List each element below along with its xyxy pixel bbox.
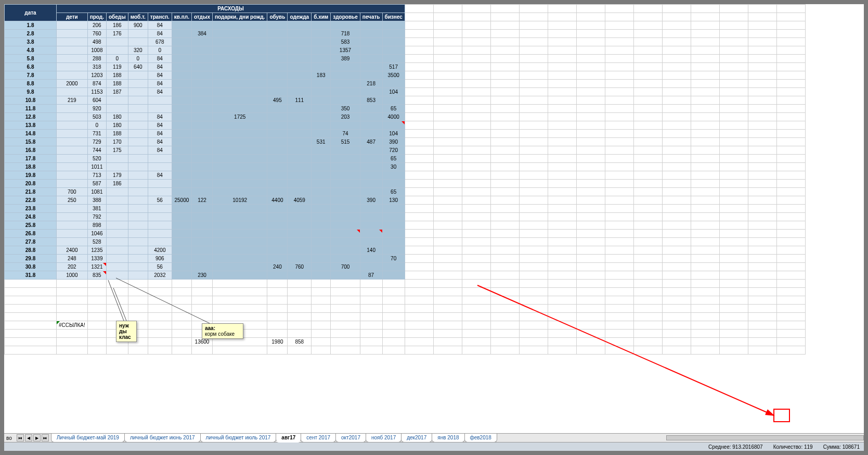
blank-cell[interactable] [462,280,490,288]
blank-cell[interactable] [633,21,662,30]
blank-cell[interactable] [405,188,433,196]
blank-cell[interactable] [748,213,776,221]
data-cell[interactable]: 111 [288,96,312,105]
data-cell[interactable]: 84 [148,171,172,180]
data-cell[interactable]: 1235 [87,246,106,255]
blank-cell[interactable] [776,146,805,155]
blank-cell[interactable] [748,105,776,113]
blank-header[interactable] [605,13,633,21]
data-cell[interactable]: 487 [360,138,382,146]
blank-cell[interactable] [691,230,719,238]
blank-cell[interactable] [776,196,805,205]
blank-cell[interactable] [548,30,576,38]
blank-cell[interactable] [213,296,267,305]
blank-cell[interactable] [662,46,691,55]
blank-cell[interactable] [519,246,548,255]
date-cell[interactable]: 25.8 [5,221,57,230]
data-cell[interactable] [331,121,360,130]
blank-cell[interactable] [405,196,433,205]
blank-cell[interactable] [267,321,288,330]
blank-cell[interactable] [548,305,576,313]
date-cell[interactable]: 13.8 [5,121,57,130]
blank-cell[interactable] [719,280,748,288]
data-cell[interactable] [191,138,212,146]
sheet-tab-5[interactable]: окт2017 [335,434,366,443]
blank-cell[interactable] [719,263,748,271]
blank-cell[interactable] [548,38,576,46]
data-cell[interactable] [213,21,267,30]
blank-cell[interactable] [662,338,691,346]
blank-cell[interactable] [5,321,57,330]
data-cell[interactable]: 498 [87,38,106,46]
blank-cell[interactable] [605,105,633,113]
data-cell[interactable] [312,171,331,180]
data-cell[interactable]: 175 [106,146,128,155]
data-cell[interactable] [331,171,360,180]
blank-header[interactable] [633,5,662,13]
blank-cell[interactable] [288,321,312,330]
blank-cell[interactable] [519,155,548,163]
data-cell[interactable] [148,163,172,171]
blank-cell[interactable] [633,30,662,38]
blank-cell[interactable] [405,180,433,188]
data-cell[interactable]: 187 [106,88,128,96]
blank-cell[interactable] [748,21,776,30]
blank-cell[interactable] [548,255,576,263]
blank-cell[interactable] [462,63,490,71]
date-cell[interactable]: 14.8 [5,130,57,138]
blank-cell[interactable] [719,55,748,63]
data-cell[interactable] [57,213,88,221]
col-header-8[interactable]: обувь [267,13,288,21]
blank-cell[interactable] [633,280,662,288]
data-cell[interactable] [148,238,172,246]
blank-header[interactable] [519,13,548,21]
blank-cell[interactable] [312,346,331,355]
blank-cell[interactable] [662,330,691,338]
data-cell[interactable] [312,80,331,88]
blank-cell[interactable] [405,96,433,105]
blank-cell[interactable] [605,146,633,155]
blank-cell[interactable] [148,305,172,313]
blank-cell[interactable] [662,30,691,38]
blank-cell[interactable] [405,321,433,330]
blank-cell[interactable] [433,271,462,280]
blank-cell[interactable] [691,63,719,71]
data-cell[interactable] [191,121,212,130]
blank-cell[interactable] [691,246,719,255]
col-header-11[interactable]: здоровье [331,13,360,21]
blank-header[interactable] [405,13,433,21]
data-cell[interactable]: 3500 [382,71,405,80]
blank-cell[interactable] [433,88,462,96]
blank-cell[interactable] [548,63,576,71]
data-cell[interactable] [360,263,382,271]
data-cell[interactable] [382,205,405,213]
blank-cell[interactable] [462,146,490,155]
date-cell[interactable]: 3.8 [5,38,57,46]
blank-cell[interactable] [148,288,172,296]
blank-cell[interactable] [106,288,128,296]
blank-cell[interactable] [5,296,57,305]
blank-cell[interactable] [662,263,691,271]
data-cell[interactable] [267,121,288,130]
blank-cell[interactable] [490,313,519,321]
blank-cell[interactable] [691,88,719,96]
blank-cell[interactable] [288,330,312,338]
data-cell[interactable] [213,71,267,80]
data-cell[interactable] [288,88,312,96]
blank-cell[interactable] [576,113,605,121]
blank-cell[interactable] [605,80,633,88]
blank-cell[interactable] [490,63,519,71]
blank-cell[interactable] [433,296,462,305]
blank-cell[interactable] [462,263,490,271]
blank-cell[interactable] [490,221,519,230]
data-cell[interactable]: 186 [106,180,128,188]
data-cell[interactable]: 604 [87,96,106,105]
date-cell[interactable]: 28.8 [5,246,57,255]
data-cell[interactable] [360,46,382,55]
blank-cell[interactable] [662,21,691,30]
blank-cell[interactable] [490,138,519,146]
blank-cell[interactable] [548,338,576,346]
blank-cell[interactable] [548,46,576,55]
data-cell[interactable] [288,146,312,155]
blank-cell[interactable] [433,30,462,38]
